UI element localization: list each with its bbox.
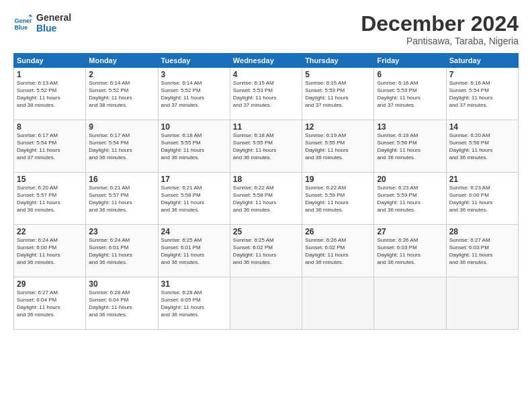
day-number: 24 <box>161 227 227 236</box>
logo-line1: General <box>36 12 71 23</box>
day-number: 20 <box>377 175 443 184</box>
calendar-cell: 5Sunrise: 6:15 AM Sunset: 5:53 PM Daylig… <box>302 68 374 120</box>
day-info: Sunrise: 6:16 AM Sunset: 5:54 PM Dayligh… <box>449 80 515 109</box>
day-number: 1 <box>17 70 83 79</box>
calendar-cell: 30Sunrise: 6:28 AM Sunset: 6:04 PM Dayli… <box>86 277 158 330</box>
day-info: Sunrise: 6:28 AM Sunset: 6:05 PM Dayligh… <box>161 289 227 318</box>
week-row-2: 8Sunrise: 6:17 AM Sunset: 5:54 PM Daylig… <box>14 120 519 173</box>
day-info: Sunrise: 6:26 AM Sunset: 6:03 PM Dayligh… <box>377 237 443 266</box>
calendar-cell: 7Sunrise: 6:16 AM Sunset: 5:54 PM Daylig… <box>446 68 518 120</box>
day-number: 23 <box>89 227 154 236</box>
calendar-cell: 2Sunrise: 6:14 AM Sunset: 5:52 PM Daylig… <box>86 68 158 120</box>
day-info: Sunrise: 6:28 AM Sunset: 6:04 PM Dayligh… <box>89 289 154 318</box>
day-number: 3 <box>161 70 227 79</box>
header-wednesday: Wednesday <box>230 54 302 68</box>
day-number: 26 <box>305 227 371 236</box>
calendar-cell: 29Sunrise: 6:27 AM Sunset: 6:04 PM Dayli… <box>14 277 86 330</box>
day-info: Sunrise: 6:23 AM Sunset: 6:00 PM Dayligh… <box>449 185 515 214</box>
header-tuesday: Tuesday <box>158 54 230 68</box>
calendar-cell: 26Sunrise: 6:26 AM Sunset: 6:02 PM Dayli… <box>302 225 374 277</box>
day-number: 19 <box>305 175 371 184</box>
logo: General Blue General Blue <box>13 12 71 34</box>
day-info: Sunrise: 6:20 AM Sunset: 5:57 PM Dayligh… <box>17 185 83 214</box>
day-number: 14 <box>449 122 515 132</box>
calendar-cell: 24Sunrise: 6:25 AM Sunset: 6:01 PM Dayli… <box>158 225 230 277</box>
calendar-cell <box>446 277 518 330</box>
logo-line2: Blue <box>36 23 71 34</box>
day-number: 29 <box>17 279 83 289</box>
day-info: Sunrise: 6:21 AM Sunset: 5:57 PM Dayligh… <box>89 185 154 214</box>
svg-text:General: General <box>14 17 32 24</box>
calendar-cell: 10Sunrise: 6:18 AM Sunset: 5:55 PM Dayli… <box>158 120 230 173</box>
calendar-cell: 31Sunrise: 6:28 AM Sunset: 6:05 PM Dayli… <box>158 277 230 330</box>
header-friday: Friday <box>374 54 446 68</box>
calendar-cell: 11Sunrise: 6:18 AM Sunset: 5:55 PM Dayli… <box>230 120 302 173</box>
header: General Blue General Blue December 2024 … <box>13 12 519 46</box>
day-info: Sunrise: 6:19 AM Sunset: 5:56 PM Dayligh… <box>377 132 443 161</box>
header-saturday: Saturday <box>446 54 518 68</box>
month-title: December 2024 <box>361 12 519 36</box>
calendar-cell: 1Sunrise: 6:13 AM Sunset: 5:52 PM Daylig… <box>14 68 86 120</box>
day-number: 22 <box>17 227 83 236</box>
calendar-cell: 4Sunrise: 6:15 AM Sunset: 5:53 PM Daylig… <box>230 68 302 120</box>
day-number: 12 <box>305 122 371 132</box>
calendar-table: SundayMondayTuesdayWednesdayThursdayFrid… <box>13 53 519 330</box>
svg-text:Blue: Blue <box>14 24 28 31</box>
day-number: 9 <box>89 122 154 132</box>
day-number: 15 <box>17 175 83 184</box>
day-number: 16 <box>89 175 154 184</box>
calendar-cell: 9Sunrise: 6:17 AM Sunset: 5:54 PM Daylig… <box>86 120 158 173</box>
calendar-cell: 25Sunrise: 6:25 AM Sunset: 6:02 PM Dayli… <box>230 225 302 277</box>
day-info: Sunrise: 6:17 AM Sunset: 5:54 PM Dayligh… <box>89 132 154 161</box>
day-info: Sunrise: 6:22 AM Sunset: 5:58 PM Dayligh… <box>233 185 299 214</box>
calendar-cell: 3Sunrise: 6:14 AM Sunset: 5:52 PM Daylig… <box>158 68 230 120</box>
day-number: 8 <box>17 122 83 132</box>
calendar-cell: 8Sunrise: 6:17 AM Sunset: 5:54 PM Daylig… <box>14 120 86 173</box>
day-number: 6 <box>377 70 443 79</box>
day-info: Sunrise: 6:18 AM Sunset: 5:55 PM Dayligh… <box>161 132 227 161</box>
calendar-cell: 16Sunrise: 6:21 AM Sunset: 5:57 PM Dayli… <box>86 173 158 225</box>
day-info: Sunrise: 6:14 AM Sunset: 5:52 PM Dayligh… <box>89 80 154 109</box>
calendar-cell: 12Sunrise: 6:19 AM Sunset: 5:55 PM Dayli… <box>302 120 374 173</box>
day-number: 18 <box>233 175 299 184</box>
day-info: Sunrise: 6:16 AM Sunset: 5:53 PM Dayligh… <box>377 80 443 109</box>
title-block: December 2024 Pantisawa, Taraba, Nigeria <box>361 12 519 46</box>
day-info: Sunrise: 6:15 AM Sunset: 5:53 PM Dayligh… <box>305 80 371 109</box>
day-info: Sunrise: 6:25 AM Sunset: 6:01 PM Dayligh… <box>161 237 227 266</box>
day-info: Sunrise: 6:20 AM Sunset: 5:56 PM Dayligh… <box>449 132 515 161</box>
week-row-1: 1Sunrise: 6:13 AM Sunset: 5:52 PM Daylig… <box>14 68 519 120</box>
day-number: 30 <box>89 279 154 289</box>
day-number: 7 <box>449 70 515 79</box>
header-sunday: Sunday <box>14 54 86 68</box>
day-number: 2 <box>89 70 154 79</box>
calendar-cell: 19Sunrise: 6:22 AM Sunset: 5:59 PM Dayli… <box>302 173 374 225</box>
calendar-cell: 15Sunrise: 6:20 AM Sunset: 5:57 PM Dayli… <box>14 173 86 225</box>
week-row-5: 29Sunrise: 6:27 AM Sunset: 6:04 PM Dayli… <box>14 277 519 330</box>
header-row: SundayMondayTuesdayWednesdayThursdayFrid… <box>14 54 519 68</box>
day-number: 11 <box>233 122 299 132</box>
day-info: Sunrise: 6:23 AM Sunset: 5:59 PM Dayligh… <box>377 185 443 214</box>
day-info: Sunrise: 6:25 AM Sunset: 6:02 PM Dayligh… <box>233 237 299 266</box>
week-row-4: 22Sunrise: 6:24 AM Sunset: 6:00 PM Dayli… <box>14 225 519 277</box>
day-number: 17 <box>161 175 227 184</box>
day-info: Sunrise: 6:22 AM Sunset: 5:59 PM Dayligh… <box>305 185 371 214</box>
calendar-cell: 20Sunrise: 6:23 AM Sunset: 5:59 PM Dayli… <box>374 173 446 225</box>
calendar-cell: 23Sunrise: 6:24 AM Sunset: 6:01 PM Dayli… <box>86 225 158 277</box>
calendar-page: General Blue General Blue December 2024 … <box>0 0 532 411</box>
day-number: 27 <box>377 227 443 236</box>
day-info: Sunrise: 6:21 AM Sunset: 5:58 PM Dayligh… <box>161 185 227 214</box>
day-number: 4 <box>233 70 299 79</box>
day-info: Sunrise: 6:17 AM Sunset: 5:54 PM Dayligh… <box>17 132 83 161</box>
calendar-cell: 28Sunrise: 6:27 AM Sunset: 6:03 PM Dayli… <box>446 225 518 277</box>
day-number: 31 <box>161 279 227 289</box>
day-info: Sunrise: 6:26 AM Sunset: 6:02 PM Dayligh… <box>305 237 371 266</box>
day-number: 5 <box>305 70 371 79</box>
calendar-cell: 27Sunrise: 6:26 AM Sunset: 6:03 PM Dayli… <box>374 225 446 277</box>
location: Pantisawa, Taraba, Nigeria <box>361 36 519 46</box>
calendar-cell <box>302 277 374 330</box>
day-info: Sunrise: 6:27 AM Sunset: 6:03 PM Dayligh… <box>449 237 515 266</box>
calendar-cell <box>230 277 302 330</box>
day-info: Sunrise: 6:14 AM Sunset: 5:52 PM Dayligh… <box>161 80 227 109</box>
calendar-cell: 13Sunrise: 6:19 AM Sunset: 5:56 PM Dayli… <box>374 120 446 173</box>
day-number: 21 <box>449 175 515 184</box>
